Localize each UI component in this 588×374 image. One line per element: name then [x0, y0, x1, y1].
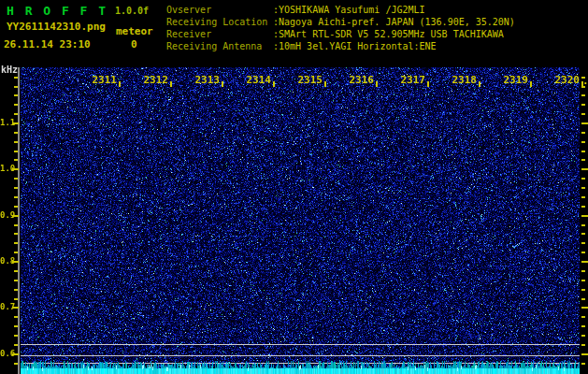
y-minor-tick [14, 86, 18, 88]
app-title: H R O F F T [7, 4, 108, 18]
x-tick-label: 2311 [85, 74, 117, 86]
y-minor-tick-right [581, 344, 585, 346]
station-info-row: Ovserver:YOSHIKAWA Yasufumi /JG2MLI [166, 4, 515, 16]
y-minor-tick-right [581, 252, 585, 253]
x-tick-label: 2320 [548, 74, 580, 86]
y-minor-tick-right [581, 242, 585, 244]
station-info-row: Receiving Antenna:10mH 3el.YAGI Horizont… [166, 40, 515, 52]
y-minor-tick-right [581, 325, 585, 327]
info-value: :Nagoya Aichi-pref. JAPAN (136.90E, 35.2… [273, 17, 515, 27]
y-minor-tick [14, 196, 18, 198]
x-tick-label: 2314 [239, 74, 271, 86]
y-minor-tick [14, 178, 18, 180]
info-label: Receiving Location [166, 16, 273, 28]
info-label: Ovserver [166, 4, 273, 16]
y-minor-tick-right [581, 187, 585, 189]
filename: YY2611142310.png [7, 21, 106, 33]
y-minor-tick-right [581, 270, 585, 272]
y-minor-tick [14, 132, 18, 134]
y-minor-tick-right [581, 94, 585, 96]
y-minor-tick [14, 151, 18, 152]
y-minor-tick [14, 233, 18, 235]
y-minor-tick [14, 280, 18, 281]
datetime: 26.11.14 23:10 [4, 38, 91, 50]
echo-count: 0 [131, 38, 137, 50]
y-minor-tick [14, 270, 18, 272]
y-minor-tick-right [581, 224, 585, 226]
y-tick-label: 1.0 [0, 164, 12, 173]
y-minor-tick [14, 344, 18, 346]
x-tick-label: 2313 [188, 74, 220, 86]
y-minor-tick [14, 335, 18, 337]
y-major-tick-right [581, 307, 588, 309]
app-version: 1.0.0f [115, 6, 149, 16]
mode-label: meteor [116, 25, 153, 37]
x-minute-tick [376, 81, 378, 87]
y-axis-line [18, 67, 20, 374]
x-tick-label: 2312 [136, 74, 168, 86]
y-minor-tick [14, 316, 18, 318]
info-value: :SMArt RTL-SDR V5 52.905MHz USB TACHIKAW… [273, 29, 504, 39]
y-minor-tick [14, 159, 18, 161]
hrofft-window: H R O F F T 1.0.0f YY2611142310.png mete… [0, 0, 588, 374]
y-minor-tick-right [581, 151, 585, 152]
y-minor-tick-right [581, 206, 585, 208]
y-minor-tick [14, 325, 18, 327]
y-minor-tick-right [581, 289, 585, 291]
y-minor-tick [14, 141, 18, 143]
y-major-tick-right [581, 261, 588, 263]
y-minor-tick-right [581, 280, 585, 281]
x-minute-tick [479, 81, 480, 87]
y-minor-tick-right [581, 104, 585, 106]
y-minor-tick [14, 298, 18, 300]
x-minute-tick [170, 81, 172, 87]
y-minor-tick-right [581, 363, 585, 365]
y-tick-label: 0.8 [0, 256, 12, 266]
station-info: Ovserver:YOSHIKAWA Yasufumi /JG2MLIRecei… [166, 4, 515, 52]
y-minor-tick [14, 252, 18, 253]
station-info-row: Receiver:SMArt RTL-SDR V5 52.905MHz USB … [166, 28, 515, 40]
y-minor-tick-right [581, 196, 585, 198]
info-label: Receiver [166, 28, 273, 40]
y-minor-tick-right [581, 178, 585, 180]
y-tick-label: 1.1 [0, 118, 12, 127]
y-minor-tick [14, 113, 18, 115]
y-minor-tick-right [581, 335, 585, 337]
spectrogram-canvas [21, 67, 580, 374]
y-minor-tick [14, 242, 18, 244]
y-minor-tick [14, 289, 18, 291]
y-minor-tick [14, 206, 18, 208]
y-minor-tick-right [581, 132, 585, 134]
y-major-tick-right [581, 215, 588, 217]
x-minute-tick [324, 81, 326, 87]
x-minute-tick [427, 81, 429, 87]
frequency-unit-label: kHz [1, 65, 18, 75]
x-minute-tick [273, 81, 275, 87]
y-minor-tick-right [581, 141, 585, 143]
y-minor-tick [14, 224, 18, 226]
y-tick-label: 0.7 [0, 302, 12, 311]
x-tick-label: 2315 [291, 74, 323, 86]
info-label: Receiving Antenna [166, 40, 273, 52]
y-minor-tick-right [581, 233, 585, 235]
y-minor-tick-right [581, 113, 585, 115]
x-tick-label: 2318 [445, 74, 477, 86]
y-minor-tick [14, 187, 18, 189]
y-minor-tick-right [581, 316, 585, 318]
y-minor-tick-right [581, 298, 585, 300]
x-tick-label: 2319 [496, 74, 528, 86]
info-value: :10mH 3el.YAGI Horizontal:ENE [273, 41, 437, 51]
x-minute-tick [530, 81, 532, 87]
x-minute-tick [119, 81, 121, 87]
y-minor-tick [14, 94, 18, 96]
y-major-tick-right [581, 122, 588, 124]
x-label-partial: . [582, 75, 588, 87]
y-minor-tick [14, 77, 18, 79]
x-tick-label: 2317 [394, 74, 425, 86]
y-tick-label: 0.9 [0, 210, 12, 220]
y-tick-label: 0.6 [0, 349, 12, 358]
x-minute-tick [222, 81, 223, 87]
y-major-tick-right [581, 168, 588, 170]
y-major-tick-right [581, 353, 588, 355]
station-info-row: Receiving Location:Nagoya Aichi-pref. JA… [166, 16, 515, 28]
